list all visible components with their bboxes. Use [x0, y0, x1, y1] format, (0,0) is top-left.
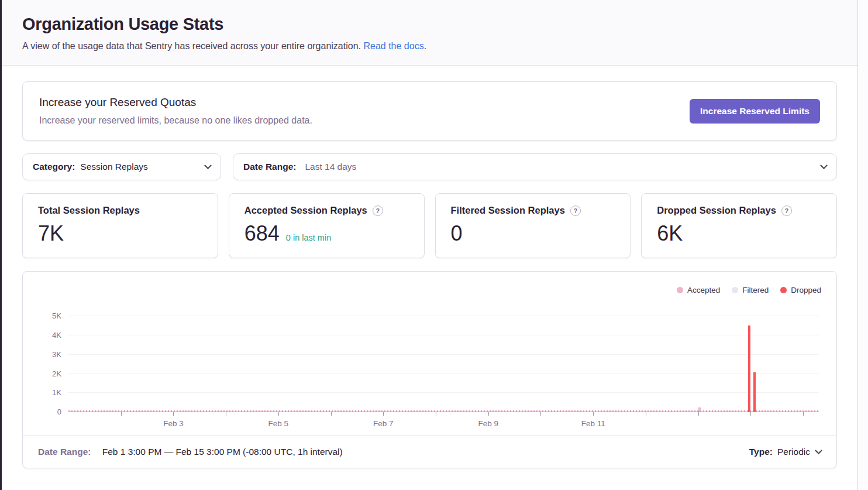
read-the-docs-link[interactable]: Read the docs	[363, 41, 423, 51]
stat-card-trend: 0 in last min	[286, 233, 331, 242]
date-range-value: Last 14 days	[305, 162, 356, 172]
x-axis-tick-label: Feb 7	[373, 419, 394, 428]
chart-date-range-info: Date Range: Feb 1 3:00 PM — Feb 15 3:00 …	[38, 447, 343, 457]
chart-type-value: Periodic	[777, 447, 810, 457]
category-label: Category:	[33, 162, 75, 172]
x-axis-tick-label: Feb 3	[163, 419, 184, 428]
date-range-label: Date Range:	[243, 162, 296, 172]
date-range-dropdown[interactable]: Date Range: Last 14 days	[233, 153, 837, 180]
filter-row: Category: Session Replays Date Range: La…	[22, 153, 837, 180]
stat-card-dropped: Dropped Session Replays ? 6K	[641, 193, 837, 258]
stat-card-value: 6K	[657, 223, 683, 244]
legend-dot-accepted-icon	[677, 287, 683, 293]
gridline	[68, 374, 819, 374]
reserved-quota-title: Increase your Reserved Quotas	[39, 96, 312, 109]
legend-label: Dropped	[791, 286, 821, 294]
page-subtitle-period: .	[424, 41, 426, 51]
usage-stats-page: Organization Usage Stats A view of the u…	[2, 0, 858, 490]
y-axis-tick-label: 4K	[38, 331, 61, 340]
chart-x-axis-labels: Feb 3Feb 5Feb 7Feb 9Feb 11	[68, 412, 819, 436]
main-content: Increase your Reserved Quotas Increase y…	[2, 66, 857, 468]
chevron-down-icon[interactable]	[204, 162, 212, 169]
chart-controls-footer: Date Range: Feb 1 3:00 PM — Feb 15 3:00 …	[23, 436, 836, 468]
legend-dot-filtered-icon	[732, 287, 738, 293]
legend-item-filtered[interactable]: Filtered	[732, 286, 769, 294]
stat-card-filtered: Filtered Session Replays ? 0	[435, 193, 631, 258]
legend-item-dropped[interactable]: Dropped	[780, 286, 821, 294]
stat-card-value: 7K	[38, 223, 64, 244]
stat-card-accepted: Accepted Session Replays ? 684 0 in last…	[229, 193, 425, 258]
x-axis-tick-label: Feb 5	[268, 419, 289, 428]
reserved-quota-text: Increase your Reserved Quotas Increase y…	[39, 96, 312, 126]
category-dropdown[interactable]: Category: Session Replays	[22, 153, 221, 180]
dropped-bar	[753, 372, 756, 412]
y-axis-tick-label: 0	[38, 407, 61, 416]
page-subtitle-text: A view of the usage data that Sentry has…	[22, 41, 361, 51]
legend-item-accepted[interactable]: Accepted	[677, 286, 720, 294]
legend-label: Filtered	[742, 286, 769, 294]
x-axis-tick-label: Feb 11	[581, 419, 605, 428]
y-axis-tick-label: 5K	[38, 311, 61, 320]
increase-reserved-limits-button[interactable]: Increase Reserved Limits	[690, 99, 820, 124]
reserved-quota-subtitle: Increase your reserved limits, because n…	[39, 115, 312, 126]
chart-type-label: Type:	[749, 447, 773, 457]
stat-card-value: 684	[244, 223, 280, 244]
gridline	[68, 354, 819, 355]
chart-plot-area: 01K2K3K4K5K	[68, 307, 819, 412]
usage-chart-panel: Accepted Filtered Dropped 01K2K3K4K5K Fe…	[22, 271, 837, 468]
help-question-icon[interactable]: ?	[781, 205, 792, 216]
stat-card-title: Accepted Session Replays	[244, 205, 367, 216]
accepted-bar	[698, 407, 701, 412]
gridline	[68, 335, 819, 335]
stat-card-total: Total Session Replays 7K	[22, 193, 218, 258]
stat-card-title: Dropped Session Replays	[657, 205, 776, 216]
page-header: Organization Usage Stats A view of the u…	[2, 0, 857, 66]
usage-chart: Accepted Filtered Dropped 01K2K3K4K5K Fe…	[23, 272, 836, 436]
dropped-bar	[748, 325, 750, 412]
y-axis-tick-label: 2K	[38, 369, 61, 378]
page-subtitle: A view of the usage data that Sentry has…	[22, 41, 837, 52]
stat-card-title: Filtered Session Replays	[451, 205, 565, 216]
chevron-down-icon[interactable]	[820, 162, 828, 169]
y-axis-tick-label: 1K	[38, 388, 61, 397]
gridline	[68, 316, 819, 316]
scrollbar-gutter[interactable]	[858, 0, 868, 490]
chart-date-range-label: Date Range:	[38, 447, 91, 457]
reserved-quota-banner: Increase your Reserved Quotas Increase y…	[22, 81, 837, 141]
legend-dot-dropped-icon	[780, 287, 787, 293]
category-value: Session Replays	[80, 162, 147, 172]
help-question-icon[interactable]: ?	[373, 205, 383, 216]
chart-legend: Accepted Filtered Dropped	[38, 283, 821, 296]
stat-cards-row: Total Session Replays 7K Accepted Sessio…	[22, 193, 837, 258]
chevron-down-icon[interactable]	[815, 447, 822, 454]
help-question-icon[interactable]: ?	[570, 205, 581, 216]
chart-type-dropdown[interactable]: Type: Periodic	[749, 447, 821, 457]
gridline	[68, 392, 819, 393]
page-title: Organization Usage Stats	[22, 15, 837, 34]
chart-date-range-value: Feb 1 3:00 PM — Feb 15 3:00 PM (-08:00 U…	[102, 447, 343, 457]
legend-label: Accepted	[687, 286, 720, 294]
stat-card-title: Total Session Replays	[38, 205, 140, 216]
chart-plot-outer: 01K2K3K4K5K Feb 3Feb 5Feb 7Feb 9Feb 11	[68, 307, 819, 436]
accepted-trickle-series	[68, 410, 819, 412]
x-axis-tick-label: Feb 9	[478, 419, 498, 428]
y-axis-tick-label: 3K	[38, 350, 61, 359]
stat-card-value: 0	[451, 223, 463, 244]
